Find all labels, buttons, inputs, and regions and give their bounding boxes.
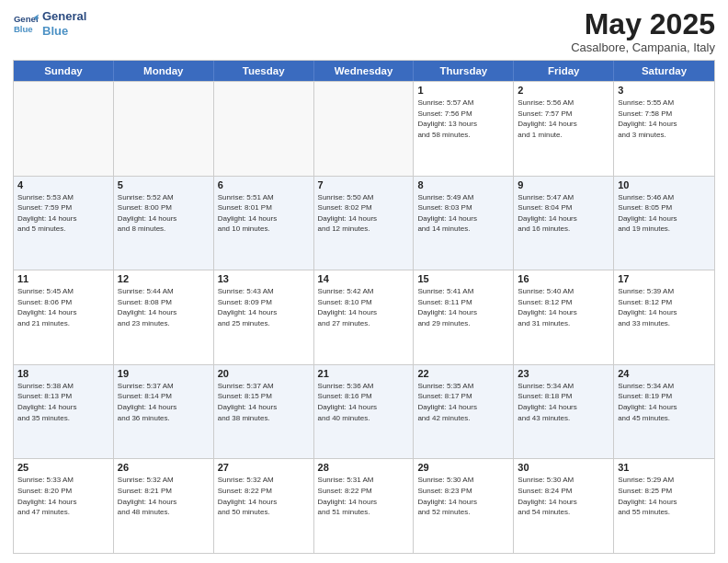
calendar-cell: 1Sunrise: 5:57 AM Sunset: 7:56 PM Daylig… — [414, 82, 514, 176]
calendar-cell: 11Sunrise: 5:45 AM Sunset: 8:06 PM Dayli… — [14, 270, 114, 364]
calendar-cell: 31Sunrise: 5:29 AM Sunset: 8:25 PM Dayli… — [614, 459, 714, 553]
calendar-cell: 3Sunrise: 5:55 AM Sunset: 7:58 PM Daylig… — [614, 82, 714, 176]
day-info: Sunrise: 5:47 AM Sunset: 8:04 PM Dayligh… — [518, 192, 609, 235]
weekday-header: Sunday — [14, 61, 114, 81]
day-info: Sunrise: 5:43 AM Sunset: 8:09 PM Dayligh… — [218, 286, 310, 328]
day-number: 9 — [518, 179, 609, 190]
calendar-cell: 2Sunrise: 5:56 AM Sunset: 7:57 PM Daylig… — [514, 82, 614, 176]
day-number: 8 — [417, 179, 509, 190]
day-info: Sunrise: 5:30 AM Sunset: 8:24 PM Dayligh… — [518, 475, 609, 517]
calendar-cell: 20Sunrise: 5:37 AM Sunset: 8:15 PM Dayli… — [214, 365, 314, 459]
day-number: 18 — [17, 368, 109, 379]
day-info: Sunrise: 5:33 AM Sunset: 8:20 PM Dayligh… — [17, 475, 109, 517]
calendar-cell: 19Sunrise: 5:37 AM Sunset: 8:14 PM Dayli… — [114, 365, 214, 459]
month-title: May 2025 — [571, 9, 715, 39]
svg-text:Blue: Blue — [14, 23, 33, 33]
day-number: 29 — [417, 462, 509, 473]
day-info: Sunrise: 5:35 AM Sunset: 8:17 PM Dayligh… — [417, 381, 509, 423]
day-info: Sunrise: 5:46 AM Sunset: 8:05 PM Dayligh… — [618, 192, 711, 235]
day-number: 26 — [118, 462, 210, 473]
day-number: 28 — [318, 462, 410, 473]
day-number: 4 — [17, 179, 109, 190]
page: General Blue General Blue May 2025 Casal… — [0, 0, 728, 563]
day-info: Sunrise: 5:41 AM Sunset: 8:11 PM Dayligh… — [417, 286, 509, 328]
calendar-cell: 29Sunrise: 5:30 AM Sunset: 8:23 PM Dayli… — [414, 459, 514, 553]
calendar-cell: 28Sunrise: 5:31 AM Sunset: 8:22 PM Dayli… — [314, 459, 415, 553]
logo: General Blue General Blue — [13, 9, 86, 38]
day-number: 25 — [17, 462, 109, 473]
calendar-cell: 17Sunrise: 5:39 AM Sunset: 8:12 PM Dayli… — [614, 270, 714, 364]
calendar-cell: 25Sunrise: 5:33 AM Sunset: 8:20 PM Dayli… — [14, 459, 114, 553]
day-number: 13 — [218, 273, 310, 284]
calendar-cell: 10Sunrise: 5:46 AM Sunset: 8:05 PM Dayli… — [614, 177, 714, 270]
weekday-header: Saturday — [614, 61, 714, 81]
day-number: 5 — [118, 179, 210, 190]
calendar-cell: 7Sunrise: 5:50 AM Sunset: 8:02 PM Daylig… — [314, 177, 415, 270]
calendar-cell: 14Sunrise: 5:42 AM Sunset: 8:10 PM Dayli… — [314, 270, 415, 364]
calendar-cell: 23Sunrise: 5:34 AM Sunset: 8:18 PM Dayli… — [514, 365, 614, 459]
day-info: Sunrise: 5:37 AM Sunset: 8:15 PM Dayligh… — [218, 381, 310, 423]
day-number: 21 — [318, 368, 410, 379]
day-info: Sunrise: 5:34 AM Sunset: 8:18 PM Dayligh… — [518, 381, 609, 423]
day-number: 30 — [518, 462, 609, 473]
calendar-week: 18Sunrise: 5:38 AM Sunset: 8:13 PM Dayli… — [14, 364, 714, 459]
day-number: 7 — [318, 179, 410, 190]
logo-line1: General — [42, 9, 86, 24]
weekday-header: Thursday — [414, 61, 514, 81]
svg-text:General: General — [14, 14, 39, 24]
day-info: Sunrise: 5:32 AM Sunset: 8:21 PM Dayligh… — [118, 475, 210, 517]
calendar-cell: 12Sunrise: 5:44 AM Sunset: 8:08 PM Dayli… — [114, 270, 214, 364]
day-info: Sunrise: 5:50 AM Sunset: 8:02 PM Dayligh… — [318, 192, 410, 235]
day-number: 24 — [618, 368, 711, 379]
calendar-cell: 9Sunrise: 5:47 AM Sunset: 8:04 PM Daylig… — [514, 177, 614, 270]
day-number: 17 — [618, 273, 711, 284]
day-info: Sunrise: 5:44 AM Sunset: 8:08 PM Dayligh… — [118, 286, 210, 328]
day-info: Sunrise: 5:52 AM Sunset: 8:00 PM Dayligh… — [118, 192, 210, 235]
calendar-cell: 13Sunrise: 5:43 AM Sunset: 8:09 PM Dayli… — [214, 270, 314, 364]
day-number: 31 — [618, 462, 711, 473]
day-number: 14 — [318, 273, 410, 284]
day-number: 11 — [17, 273, 109, 284]
day-info: Sunrise: 5:53 AM Sunset: 7:59 PM Dayligh… — [17, 192, 109, 235]
day-info: Sunrise: 5:45 AM Sunset: 8:06 PM Dayligh… — [17, 286, 109, 328]
calendar-cell: 4Sunrise: 5:53 AM Sunset: 7:59 PM Daylig… — [14, 177, 114, 270]
calendar-header: SundayMondayTuesdayWednesdayThursdayFrid… — [14, 61, 714, 81]
calendar-cell: 8Sunrise: 5:49 AM Sunset: 8:03 PM Daylig… — [414, 177, 514, 270]
calendar: SundayMondayTuesdayWednesdayThursdayFrid… — [13, 60, 715, 554]
calendar-cell — [314, 82, 415, 176]
day-number: 12 — [118, 273, 210, 284]
title-block: May 2025 Casalbore, Campania, Italy — [571, 9, 715, 54]
calendar-week: 11Sunrise: 5:45 AM Sunset: 8:06 PM Dayli… — [14, 270, 714, 364]
day-number: 19 — [118, 368, 210, 379]
calendar-cell — [114, 82, 214, 176]
calendar-cell: 6Sunrise: 5:51 AM Sunset: 8:01 PM Daylig… — [214, 177, 314, 270]
day-number: 6 — [218, 179, 310, 190]
weekday-header: Tuesday — [214, 61, 314, 81]
day-number: 20 — [218, 368, 310, 379]
weekday-header: Wednesday — [314, 61, 415, 81]
calendar-week: 4Sunrise: 5:53 AM Sunset: 7:59 PM Daylig… — [14, 176, 714, 270]
calendar-week: 25Sunrise: 5:33 AM Sunset: 8:20 PM Dayli… — [14, 458, 714, 553]
day-info: Sunrise: 5:49 AM Sunset: 8:03 PM Dayligh… — [417, 192, 509, 235]
day-info: Sunrise: 5:39 AM Sunset: 8:12 PM Dayligh… — [618, 286, 711, 328]
day-number: 1 — [417, 85, 509, 96]
day-number: 15 — [417, 273, 509, 284]
day-info: Sunrise: 5:42 AM Sunset: 8:10 PM Dayligh… — [318, 286, 410, 328]
day-number: 16 — [518, 273, 609, 284]
day-info: Sunrise: 5:31 AM Sunset: 8:22 PM Dayligh… — [318, 475, 410, 517]
calendar-cell: 30Sunrise: 5:30 AM Sunset: 8:24 PM Dayli… — [514, 459, 614, 553]
calendar-cell — [214, 82, 314, 176]
day-info: Sunrise: 5:55 AM Sunset: 7:58 PM Dayligh… — [618, 98, 711, 140]
location-subtitle: Casalbore, Campania, Italy — [571, 40, 715, 54]
day-info: Sunrise: 5:38 AM Sunset: 8:13 PM Dayligh… — [17, 381, 109, 423]
calendar-cell — [14, 82, 114, 176]
day-info: Sunrise: 5:34 AM Sunset: 8:19 PM Dayligh… — [618, 381, 711, 423]
calendar-cell: 24Sunrise: 5:34 AM Sunset: 8:19 PM Dayli… — [614, 365, 714, 459]
day-number: 3 — [618, 85, 711, 96]
calendar-cell: 16Sunrise: 5:40 AM Sunset: 8:12 PM Dayli… — [514, 270, 614, 364]
day-info: Sunrise: 5:57 AM Sunset: 7:56 PM Dayligh… — [417, 98, 509, 140]
weekday-header: Monday — [114, 61, 214, 81]
day-info: Sunrise: 5:29 AM Sunset: 8:25 PM Dayligh… — [618, 475, 711, 517]
day-number: 10 — [618, 179, 711, 190]
calendar-cell: 21Sunrise: 5:36 AM Sunset: 8:16 PM Dayli… — [314, 365, 415, 459]
